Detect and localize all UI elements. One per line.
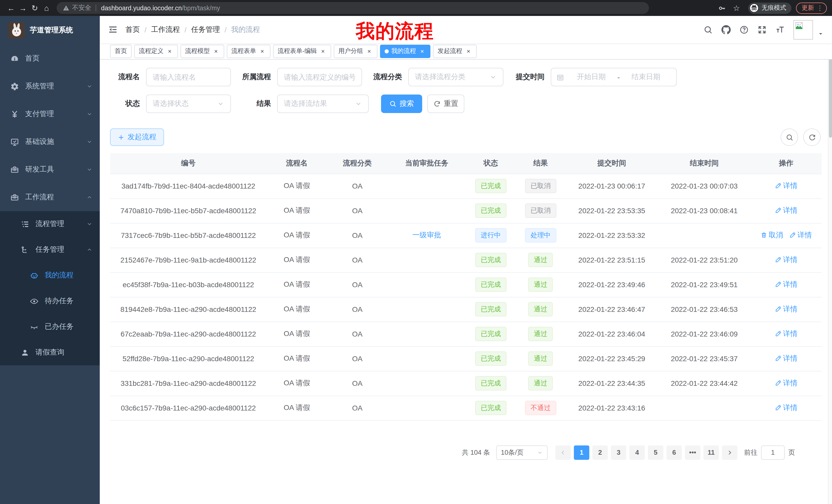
prev-page-button[interactable] [555,445,571,459]
status-badge: 已完成 [475,253,506,267]
sidebar-item-payment[interactable]: 支付管理 [0,100,100,128]
process-name-input[interactable] [146,68,231,86]
app-logo[interactable]: 芋道管理系统 [0,16,100,45]
date-range-picker[interactable]: 开始日期 - 结束日期 [551,68,677,86]
cell-category: OA [327,297,387,321]
tab-my-process[interactable]: 我的流程× [380,45,431,58]
search-icon[interactable] [703,25,713,34]
process-definition-input[interactable] [277,68,362,86]
caret-down-icon[interactable] [817,31,824,37]
category-select[interactable]: 请选择流程分类 [408,68,503,86]
page-button-3[interactable]: 3 [611,445,626,459]
result-select[interactable]: 请选择流结果 [277,94,369,113]
sidebar-item-infra[interactable]: 基础设施 [0,128,100,156]
sidebar-item-process-mgmt[interactable]: 流程管理 [0,211,100,237]
browser-menu-icon[interactable]: ⋮ [816,4,823,12]
tab-close-icon[interactable]: × [465,48,472,55]
chev-down-icon [86,166,93,173]
tab-start-process[interactable]: 发起流程× [433,45,477,58]
breadcrumb-item[interactable]: 任务管理 [191,25,220,34]
page-button-5[interactable]: 5 [648,445,663,459]
detail-action[interactable]: 详情 [775,305,798,314]
bookmark-star-icon[interactable]: ☆ [733,3,740,12]
sidebar-item-todo-tasks[interactable]: 待办任务 [0,288,100,314]
more-pages-button[interactable]: ••• [685,445,700,459]
page-button-6[interactable]: 6 [667,445,682,459]
detail-action[interactable]: 详情 [775,329,798,339]
breadcrumb-item[interactable]: 工作流程 [151,25,180,34]
update-button[interactable]: 更新 ⋮ [796,2,827,13]
tab-close-icon[interactable]: × [419,48,426,55]
detail-action[interactable]: 详情 [775,280,798,289]
tab-process-model[interactable]: 流程模型× [181,45,224,58]
cell-current-task [387,297,466,321]
sidebar-toggle-icon[interactable] [108,25,118,34]
detail-action[interactable]: 详情 [775,403,798,413]
scrollbar[interactable] [828,16,832,504]
sidebar-item-my-process[interactable]: 我的流程 [0,262,100,288]
refresh-table-button[interactable] [803,129,821,146]
github-icon[interactable] [722,25,731,34]
back-icon[interactable]: ← [5,0,17,16]
detail-action[interactable]: 详情 [789,231,812,240]
tab-close-icon[interactable]: × [366,48,373,55]
status-badge: 通过 [528,352,553,366]
breadcrumb-item[interactable]: 首页 [126,25,140,34]
page-size-select[interactable]: 10条/页 [496,445,548,459]
address-bar[interactable]: 不安全 dashboard.yudao.iocoder.cn/bpm/task/… [57,2,649,14]
search-button[interactable]: 搜索 [381,94,422,113]
tab-close-icon[interactable]: × [259,48,266,55]
column-header: 结果 [516,153,566,174]
navbar: 首页/工作流程/任务管理/我的流程 [100,16,832,43]
home-icon[interactable]: ⌂ [41,0,52,16]
tab-process-form-edit[interactable]: 流程表单-编辑× [273,45,331,58]
font-size-icon[interactable] [775,25,785,34]
filter-submit-time-label: 提交时间 [515,73,545,82]
tab-user-group[interactable]: 用户分组× [334,45,378,58]
page-button-11[interactable]: 11 [703,445,719,459]
category-placeholder: 请选择流程分类 [415,73,465,82]
monitor-icon [10,137,19,146]
cancel-action[interactable]: 取消 [760,231,783,240]
page-button-4[interactable]: 4 [629,445,645,459]
cell-id: 331bc281-7b9a-11ec-a290-acde48001122 [110,371,267,396]
sidebar-item-workflow[interactable]: 工作流程 [0,184,100,211]
task-link[interactable]: 一级审批 [412,231,441,239]
tab-process-form[interactable]: 流程表单× [227,45,270,58]
tab-close-icon[interactable]: × [319,48,327,55]
detail-action[interactable]: 详情 [775,255,798,264]
help-icon[interactable] [739,25,749,34]
cell-process-name: OA 请假 [267,371,327,396]
toggle-search-button[interactable] [781,129,798,146]
start-process-button[interactable]: 发起流程 [110,129,164,146]
next-page-button[interactable] [722,445,737,459]
page-button-1[interactable]: 1 [574,445,589,459]
tab-close-icon[interactable]: × [166,48,173,55]
detail-action[interactable]: 详情 [775,379,798,388]
sidebar-item-devtools[interactable]: 研发工具 [0,156,100,184]
reset-button[interactable]: 重置 [427,94,464,113]
cell-process-name: OA 请假 [267,174,327,198]
filter-definition: 所属流程 [242,68,362,86]
password-key-icon[interactable] [718,4,726,12]
avatar[interactable] [794,20,813,39]
jump-page-input[interactable] [761,445,785,459]
sidebar-item-done-tasks[interactable]: 已办任务 [0,314,100,340]
status-select[interactable]: 请选择状态 [146,94,231,113]
fullscreen-icon[interactable] [757,25,767,34]
detail-action[interactable]: 详情 [775,206,798,215]
tab-home[interactable]: 首页 [110,45,132,58]
edit-icon [775,207,782,214]
sidebar-item-task-mgmt[interactable]: 任务管理 [0,237,100,262]
detail-action[interactable]: 详情 [775,354,798,363]
sidebar-item-home[interactable]: 首页 [0,45,100,73]
tab-process-definition[interactable]: 流程定义× [134,45,178,58]
sidebar-item-leave-query[interactable]: 请假查询 [0,340,100,365]
column-header: 操作 [751,153,822,174]
sidebar-item-system[interactable]: 系统管理 [0,73,100,100]
detail-action[interactable]: 详情 [775,181,798,191]
tab-close-icon[interactable]: × [212,48,219,55]
forward-icon[interactable]: → [17,0,29,16]
reload-icon[interactable]: ↻ [29,0,41,16]
page-button-2[interactable]: 2 [592,445,608,459]
